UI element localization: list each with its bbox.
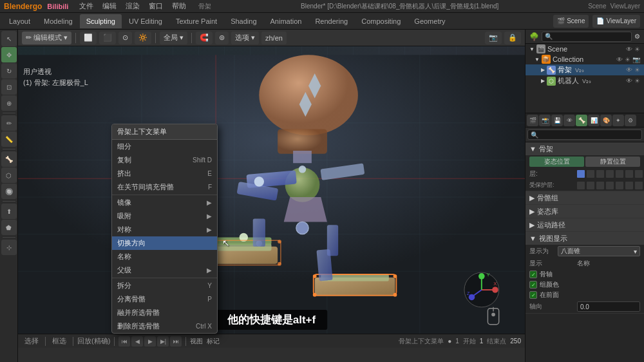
- protected-grid[interactable]: [577, 182, 644, 189]
- snap-toggle[interactable]: 🧲: [196, 32, 213, 44]
- measure-tool[interactable]: 📏: [1, 131, 17, 147]
- select-tool[interactable]: ↖: [1, 31, 17, 46]
- prop-tab-data[interactable]: 📊: [588, 115, 600, 126]
- menu-file[interactable]: 文件: [76, 1, 97, 11]
- outliner-filter-icon[interactable]: ⚙: [634, 33, 640, 40]
- tab-shading[interactable]: Shading: [224, 14, 263, 28]
- viewport-mode-selector[interactable]: ✏ 编辑模式 ▾: [22, 32, 71, 44]
- rest-position-btn[interactable]: 静置位置: [585, 157, 640, 167]
- color-checkbox[interactable]: ✓: [529, 281, 537, 289]
- viewport-shading-solid[interactable]: ⬛: [99, 32, 116, 44]
- prop-tab-particles[interactable]: ✦: [612, 115, 624, 126]
- layer-5[interactable]: [616, 170, 623, 178]
- menu-render[interactable]: 渲染: [122, 1, 143, 11]
- cm-item-snap[interactable]: 吸附 ▶: [112, 209, 217, 223]
- layer-2[interactable]: [587, 170, 594, 178]
- tab-compositing[interactable]: Compositing: [355, 14, 407, 28]
- menu-edit[interactable]: 编辑: [99, 1, 120, 11]
- prop-tab-physics[interactable]: ⚙: [625, 115, 636, 126]
- bone-roll-tool[interactable]: 🦴: [1, 151, 17, 167]
- layers-grid[interactable]: [577, 170, 644, 178]
- tab-modeling[interactable]: Modeling: [37, 14, 79, 28]
- cm-item-name[interactable]: 名称: [112, 250, 217, 263]
- bb-box-select[interactable]: 框选: [50, 336, 69, 346]
- axis-value[interactable]: 0.0: [577, 301, 640, 312]
- zh-en-toggle[interactable]: zh/en: [261, 32, 287, 44]
- play-btn[interactable]: ▶: [144, 336, 156, 347]
- prot-6[interactable]: [625, 182, 633, 189]
- relax-tool[interactable]: 🔘: [1, 184, 17, 199]
- move-tool[interactable]: ✥: [1, 47, 17, 62]
- armature-section-header[interactable]: ▼ 骨架: [526, 142, 644, 155]
- bone-size-tool[interactable]: ⬡: [1, 167, 17, 183]
- menu-window[interactable]: 窗口: [146, 1, 166, 11]
- layer-4[interactable]: [606, 170, 614, 178]
- tab-rendering[interactable]: Rendering: [308, 14, 354, 28]
- skip-start-btn[interactable]: ⏮: [118, 336, 130, 347]
- prot-1[interactable]: [577, 182, 585, 189]
- tab-layout[interactable]: Layout: [3, 14, 37, 28]
- prop-tab-scene[interactable]: 🎬: [527, 115, 538, 126]
- prot-4[interactable]: [606, 182, 614, 189]
- cm-item-symmetry[interactable]: 对称 ▶: [112, 223, 217, 236]
- scale-tool[interactable]: ⊡: [1, 79, 17, 95]
- outliner-item-scene[interactable]: ▼ 🎬 Scene 👁 ☀: [526, 44, 644, 54]
- pose-position-btn[interactable]: 姿态位置: [529, 157, 584, 167]
- viewport-3d[interactable]: ✏ 编辑模式 ▾ ⬜ ⬛ ⊙ 🔆 全局 ▾ 🧲 ⊚ 选项: [18, 30, 525, 362]
- tab-geometry[interactable]: Geometry: [408, 14, 451, 28]
- viewport-shading-wire[interactable]: ⬜: [80, 32, 97, 44]
- outliner-search[interactable]: [542, 32, 632, 42]
- subdivide-tool[interactable]: ⬟: [1, 220, 17, 235]
- prop-tab-view[interactable]: 👁: [564, 115, 575, 126]
- scene-select[interactable]: 🎬 Scene: [553, 15, 589, 28]
- context-menu[interactable]: 骨架上下文菜单 细分 复制 Shift D 挤出 E 在关节间填充骨骼 F: [111, 124, 218, 334]
- proportional-edit[interactable]: ⊚: [215, 32, 229, 44]
- layer-3[interactable]: [596, 170, 604, 178]
- cm-item-parent[interactable]: 父级 ▶: [112, 263, 217, 277]
- bb-select[interactable]: 选择: [22, 336, 41, 346]
- display-as-select[interactable]: 八面锥 ▾: [558, 246, 640, 256]
- prop-tab-material[interactable]: 🎨: [600, 115, 612, 126]
- front-checkbox[interactable]: ✓: [529, 291, 537, 299]
- axes-checkbox[interactable]: ✓: [529, 271, 537, 278]
- prot-7[interactable]: [635, 182, 643, 189]
- outliner-item-robot[interactable]: ▶ ⬡ 机器人 V₂₉ 👁 ☀: [526, 75, 644, 86]
- transform-tool[interactable]: ⊕: [1, 95, 17, 111]
- layer-1[interactable]: [577, 170, 585, 178]
- cm-item-mirror[interactable]: 镜像 ▶: [112, 196, 217, 209]
- next-frame-btn[interactable]: ▶|: [157, 336, 169, 347]
- cm-item-duplicate[interactable]: 复制 Shift D: [112, 153, 217, 167]
- layer-7[interactable]: [635, 170, 643, 178]
- play-controls[interactable]: ⏮ ◀ ▶ ▶| ⏭: [118, 336, 182, 347]
- prot-3[interactable]: [596, 182, 604, 189]
- prop-tab-object[interactable]: 🦴: [576, 115, 587, 126]
- viewlayer-select[interactable]: 📄 ViewLayer: [592, 15, 640, 28]
- tab-texture-paint[interactable]: Texture Paint: [169, 14, 223, 28]
- tab-animation[interactable]: Animation: [264, 14, 308, 28]
- cm-item-subdivide[interactable]: 细分: [112, 140, 217, 153]
- 3d-scene[interactable]: X Y Z: [18, 46, 525, 348]
- prot-2[interactable]: [587, 182, 594, 189]
- marker-label[interactable]: 标记: [207, 337, 220, 346]
- menu-help[interactable]: 帮助: [169, 1, 189, 11]
- viewport-display-header[interactable]: ▼ 视图显示: [526, 232, 644, 245]
- skip-end-btn[interactable]: ⏭: [170, 336, 182, 347]
- bone-groups-header[interactable]: ▶ 骨骼组: [526, 191, 644, 204]
- tab-sculpting[interactable]: Sculpting: [80, 14, 122, 28]
- outliner-item-armature[interactable]: ▶ 🦴 骨架 V₂₉ 👁 ☀: [526, 64, 644, 75]
- prop-tab-render[interactable]: 📸: [539, 115, 551, 126]
- viewport-shading-material[interactable]: ⊙: [118, 32, 132, 44]
- prop-tab-output[interactable]: 💾: [551, 115, 563, 126]
- options-btn[interactable]: 选项 ▾: [231, 32, 259, 44]
- prev-frame-btn[interactable]: ◀: [131, 336, 143, 347]
- lock-camera[interactable]: 🔒: [504, 32, 521, 44]
- layer-6[interactable]: [625, 170, 633, 178]
- view-global-local[interactable]: 全局 ▾: [160, 32, 187, 44]
- cm-item-fill[interactable]: 在关节间填充骨骼 F: [112, 180, 217, 194]
- viewport-shading-render[interactable]: 🔆: [135, 32, 151, 44]
- cm-item-dissolve[interactable]: 融并所选骨骼: [112, 306, 217, 319]
- view-label[interactable]: 视图: [190, 337, 203, 346]
- rotate-tool[interactable]: ↻: [1, 63, 17, 79]
- cm-item-extrude[interactable]: 挤出 E: [112, 167, 217, 180]
- cm-item-switch-direction[interactable]: 切换方向 ↖: [112, 236, 217, 250]
